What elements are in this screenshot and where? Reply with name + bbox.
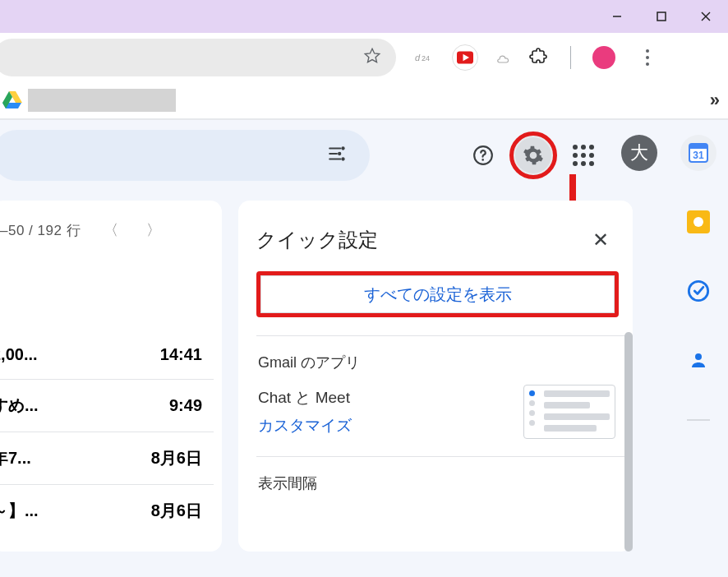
mail-subject: 年7...	[0, 447, 31, 469]
svg-text:d: d	[415, 53, 421, 62]
gmail-content: 大 –50 / 192 行 〈 〉 2,00... 14:41	[0, 120, 728, 577]
svg-point-11	[481, 159, 484, 161]
settings-scrollbar[interactable]	[624, 332, 633, 552]
window-titlebar	[0, 0, 728, 33]
svg-rect-14	[689, 144, 707, 149]
extension-icon-1[interactable]: d24	[414, 45, 439, 70]
extension-icons: d24	[414, 44, 661, 71]
settings-button[interactable]	[515, 137, 551, 173]
window-close-button[interactable]	[684, 0, 728, 33]
profile-avatar[interactable]	[592, 46, 615, 69]
gmail-header-icons	[465, 132, 601, 179]
mail-row[interactable]: 2,00... 14:41	[0, 330, 214, 379]
toolbar-separator	[570, 46, 571, 69]
svg-text:24: 24	[422, 54, 430, 62]
quick-settings-title: クイック設定	[256, 227, 378, 253]
side-panel-separator	[687, 419, 710, 421]
all-settings-button[interactable]: すべての設定を表示	[260, 275, 615, 313]
keep-button[interactable]	[680, 204, 716, 240]
gmail-apps-label: Gmail のアプリ	[258, 353, 615, 372]
browser-menu-button[interactable]	[634, 49, 661, 66]
close-settings-button[interactable]: ✕	[587, 224, 614, 256]
search-options-icon[interactable]	[327, 143, 348, 168]
mail-subject: ～】...	[0, 500, 39, 522]
pager: –50 / 192 行 〈 〉	[0, 215, 214, 265]
side-panel: 31	[669, 120, 728, 577]
svg-point-8	[338, 152, 341, 155]
google-apps-button[interactable]	[565, 137, 601, 173]
svg-point-17	[695, 353, 702, 360]
mail-list: –50 / 192 行 〈 〉 2,00... 14:41 すめ... 9:49…	[0, 201, 222, 552]
mail-subject: すめ...	[0, 395, 39, 417]
chat-meet-label: Chat と Meet	[258, 384, 352, 412]
customize-link[interactable]: カスタマイズ	[258, 412, 352, 440]
mail-time: 8月6日	[151, 447, 202, 469]
youtube-extension-icon[interactable]	[452, 44, 478, 71]
pager-text: –50 / 192 行	[0, 221, 81, 240]
browser-toolbar: d24	[0, 33, 728, 82]
window-maximize-button[interactable]	[639, 0, 684, 33]
calendar-button[interactable]: 31	[680, 135, 716, 171]
mail-time: 9:49	[169, 396, 202, 415]
contacts-icon	[689, 350, 708, 370]
mail-time: 14:41	[160, 345, 202, 364]
gmail-apps-section: Gmail のアプリ Chat と Meet カスタマイズ	[256, 335, 629, 456]
density-section: 表示間隔	[256, 456, 629, 510]
gmail-main: 大 –50 / 192 行 〈 〉 2,00... 14:41	[0, 120, 669, 577]
mail-row[interactable]: すめ... 9:49	[0, 379, 214, 432]
pager-next-button[interactable]: 〉	[141, 220, 166, 240]
calendar-icon: 31	[688, 142, 709, 164]
bookmark-item-redacted[interactable]	[28, 89, 176, 112]
pager-prev-button[interactable]: 〈	[99, 220, 123, 240]
contacts-button[interactable]	[680, 342, 716, 378]
keep-icon	[687, 210, 710, 233]
mail-subject: 2,00...	[0, 345, 38, 364]
quick-settings-panel: クイック設定 ✕ すべての設定を表示 Gmail のアプリ Chat と Mee…	[238, 201, 633, 552]
svg-text:31: 31	[693, 150, 704, 161]
svg-point-7	[341, 146, 344, 150]
tasks-icon	[687, 279, 710, 302]
extension-icon-3[interactable]	[491, 45, 516, 70]
mail-row[interactable]: 年7... 8月6日	[0, 432, 214, 484]
apps-grid-icon	[573, 145, 594, 166]
svg-rect-1	[657, 12, 666, 21]
extensions-button[interactable]	[529, 46, 549, 69]
bookmarks-overflow-button[interactable]: »	[710, 90, 715, 111]
settings-button-highlight	[509, 132, 557, 179]
all-settings-highlight: すべての設定を表示	[256, 271, 619, 317]
omnibox[interactable]	[0, 39, 396, 76]
account-avatar[interactable]: 大	[621, 135, 657, 171]
gmail-search-bar[interactable]	[0, 130, 370, 181]
layout-thumbnail[interactable]	[523, 385, 615, 439]
svg-point-9	[341, 157, 344, 160]
mail-time: 8月6日	[151, 500, 202, 522]
bookmarks-bar: »	[0, 82, 728, 118]
google-drive-icon[interactable]	[2, 90, 23, 111]
help-button[interactable]	[465, 137, 501, 173]
window-minimize-button[interactable]	[595, 0, 639, 33]
mail-row[interactable]: ～】... 8月6日	[0, 484, 214, 537]
tasks-button[interactable]	[680, 273, 716, 309]
density-label: 表示間隔	[258, 473, 615, 493]
bookmark-star-icon[interactable]	[363, 47, 381, 68]
